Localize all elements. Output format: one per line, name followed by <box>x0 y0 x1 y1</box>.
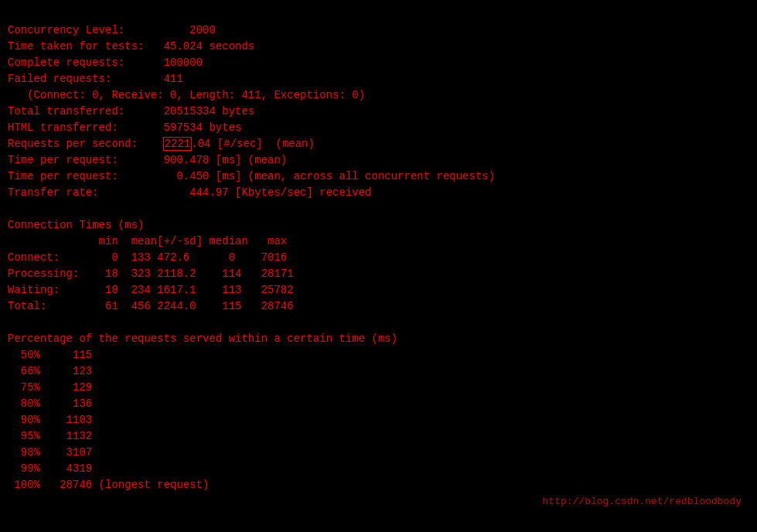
pct-95: 95% 1132 <box>8 430 92 442</box>
pct-50: 50% 115 <box>8 349 92 361</box>
total-row: Total: 61 456 2244.0 115 28746 <box>8 300 294 312</box>
pct-75: 75% 129 <box>8 381 92 394</box>
html-transferred-value: 597534 bytes <box>151 121 242 134</box>
time-per-req-mean-value: 900.478 [ms] (mean) <box>151 154 287 166</box>
failed-detail: (Connect: 0, Receive: 0, Length: 411, Ex… <box>8 89 365 101</box>
failed-req-value: 411 <box>151 73 183 85</box>
html-transferred-label: HTML transferred: <box>8 121 151 134</box>
time-per-req-concurrent-value: 0.450 [ms] (mean, across all concurrent … <box>151 170 495 182</box>
concurrency-value: 2000 <box>151 24 216 36</box>
total-transferred-value: 20515334 bytes <box>151 105 254 118</box>
waiting-row: Waiting: 10 234 1617.1 113 25782 <box>8 284 294 296</box>
requests-per-sec-value: 2221.04 [#/sec] (mean) <box>151 138 315 150</box>
transfer-rate-value: 444.97 [Kbytes/sec] received <box>151 186 372 199</box>
pct-66: 66% 123 <box>8 365 92 377</box>
pct-100: 100% 28746 (longest request) <box>8 479 209 491</box>
time-per-req-mean-label: Time per request: <box>8 154 151 166</box>
watermark: http://blog.csdn.net/redbloodbody <box>543 494 742 510</box>
connection-times-header: Connection Times (ms) <box>8 219 144 231</box>
pct-98: 98% 3107 <box>8 446 92 459</box>
total-transferred-label: Total transferred: <box>8 105 151 118</box>
connection-times-columns: min mean[+/-sd] median max <box>8 235 287 247</box>
failed-req-label: Failed requests: <box>8 73 151 85</box>
complete-req-label: Complete requests: <box>8 56 151 69</box>
time-taken-label: Time taken for tests: <box>8 40 151 53</box>
transfer-rate-label: Transfer rate: <box>8 186 151 199</box>
connect-row: Connect: 0 133 472.6 0 7016 <box>8 251 287 264</box>
terminal-output: Concurrency Level: 2000 Time taken for t… <box>8 6 749 493</box>
percentage-header: Percentage of the requests served within… <box>8 332 397 345</box>
highlighted-value: 2221 <box>164 138 192 150</box>
requests-per-sec-label: Requests per second: <box>8 138 151 150</box>
pct-80: 80% 136 <box>8 397 92 410</box>
processing-row: Processing: 18 323 2118.2 114 28171 <box>8 268 294 280</box>
pct-99: 99% 4319 <box>8 462 92 475</box>
time-taken-value: 45.024 seconds <box>151 40 254 53</box>
complete-req-value: 100000 <box>151 56 203 69</box>
concurrency-label: Concurrency Level: <box>8 24 151 36</box>
pct-90: 90% 1103 <box>8 414 92 426</box>
time-per-req-concurrent-label: Time per request: <box>8 170 151 182</box>
